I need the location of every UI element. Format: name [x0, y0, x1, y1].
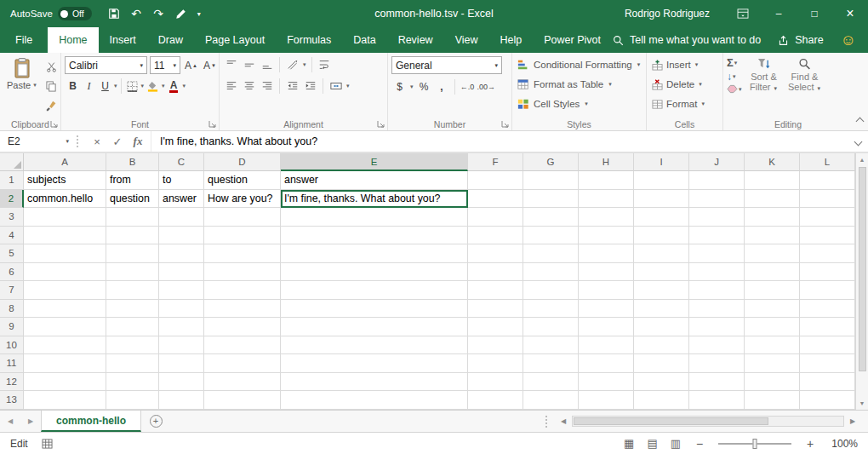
cell-styles-button[interactable]: Cell Styles▾: [516, 95, 642, 112]
redo-button[interactable]: ↷: [148, 3, 169, 25]
wrap-text-button[interactable]: [317, 56, 333, 73]
cell-H6[interactable]: [579, 263, 634, 282]
feedback-smiley-button[interactable]: ☺: [841, 32, 856, 48]
cell-C2[interactable]: answer: [159, 190, 204, 209]
cell-J5[interactable]: [689, 244, 745, 263]
cell-K3[interactable]: [745, 208, 800, 227]
cell-F7[interactable]: [468, 281, 523, 300]
cell-L1[interactable]: [800, 171, 855, 190]
cell-D11[interactable]: [204, 354, 281, 373]
cell-J11[interactable]: [689, 354, 745, 373]
cell-A9[interactable]: [24, 318, 106, 336]
cell-B6[interactable]: [106, 263, 159, 282]
zoom-out-button[interactable]: −: [694, 437, 705, 451]
ribbon-tab-page-layout[interactable]: Page Layout: [194, 27, 276, 53]
column-header-A[interactable]: A: [24, 153, 106, 171]
cell-A4[interactable]: [24, 227, 106, 245]
alignment-dialog-launcher[interactable]: [376, 119, 385, 129]
ribbon-tab-data[interactable]: Data: [342, 27, 386, 53]
cell-L12[interactable]: [800, 373, 855, 392]
cell-F10[interactable]: [468, 336, 523, 355]
cell-F4[interactable]: [468, 227, 523, 245]
delete-cells-button[interactable]: Delete▾: [650, 76, 707, 93]
cell-C13[interactable]: [159, 391, 204, 410]
cell-J8[interactable]: [689, 300, 745, 319]
new-sheet-button[interactable]: +: [141, 411, 170, 432]
cell-B5[interactable]: [106, 244, 159, 263]
cell-I13[interactable]: [634, 391, 689, 410]
percent-style-button[interactable]: %: [416, 78, 432, 95]
format-painter-button[interactable]: [43, 97, 60, 114]
cancel-entry-button[interactable]: ×: [89, 132, 106, 151]
cell-H12[interactable]: [579, 373, 634, 392]
row-header-10[interactable]: 10: [0, 336, 24, 355]
autosave-toggle[interactable]: AutoSave Off: [10, 7, 92, 20]
share-button[interactable]: Share: [778, 34, 823, 46]
cell-L8[interactable]: [800, 300, 855, 319]
column-header-G[interactable]: G: [523, 153, 579, 171]
collapse-ribbon-button[interactable]: [857, 115, 863, 127]
user-name[interactable]: Rodrigo Rodriguez: [625, 8, 710, 20]
scroll-right-button[interactable]: ▶: [846, 417, 859, 425]
underline-button[interactable]: U: [97, 78, 113, 95]
ribbon-tab-power-pivot[interactable]: Power Pivot: [533, 27, 612, 53]
cell-K10[interactable]: [745, 336, 800, 355]
cell-E2[interactable]: I'm fine, thanks. What about you?: [281, 190, 468, 209]
scroll-left-button[interactable]: ◀: [557, 417, 570, 425]
cell-E12[interactable]: [281, 373, 468, 392]
cell-E5[interactable]: [281, 244, 468, 263]
cell-C7[interactable]: [159, 281, 204, 300]
row-header-2[interactable]: 2: [0, 190, 24, 209]
cell-B12[interactable]: [106, 373, 159, 392]
cell-E7[interactable]: [281, 281, 468, 300]
cell-I1[interactable]: [634, 171, 689, 190]
cell-L2[interactable]: [800, 190, 855, 209]
cell-D3[interactable]: [204, 208, 281, 227]
cell-J7[interactable]: [689, 281, 745, 300]
cell-A8[interactable]: [24, 300, 106, 319]
cell-F13[interactable]: [468, 391, 523, 410]
cell-C9[interactable]: [159, 318, 204, 336]
cell-A1[interactable]: subjects: [24, 171, 106, 190]
paste-button[interactable]: Paste▾: [3, 56, 41, 92]
cell-L3[interactable]: [800, 208, 855, 227]
cell-D2[interactable]: How are you?: [204, 190, 281, 209]
cell-C8[interactable]: [159, 300, 204, 319]
cell-A7[interactable]: [24, 281, 106, 300]
cell-G3[interactable]: [523, 208, 579, 227]
vertical-scrollbar[interactable]: ▲ ▼: [855, 153, 868, 410]
cell-A3[interactable]: [24, 208, 106, 227]
cell-B9[interactable]: [106, 318, 159, 336]
cell-C3[interactable]: [159, 208, 204, 227]
cell-J6[interactable]: [689, 263, 745, 282]
autosum-button[interactable]: Σ▾: [727, 56, 743, 69]
column-header-J[interactable]: J: [689, 153, 745, 171]
cell-L4[interactable]: [800, 227, 855, 245]
cell-D8[interactable]: [204, 300, 281, 319]
ribbon-tab-insert[interactable]: Insert: [99, 27, 147, 53]
page-break-view-button[interactable]: ▥: [671, 437, 681, 450]
cell-C10[interactable]: [159, 336, 204, 355]
cell-H2[interactable]: [579, 190, 634, 209]
cell-A10[interactable]: [24, 336, 106, 355]
row-header-7[interactable]: 7: [0, 281, 24, 300]
cell-K12[interactable]: [745, 373, 800, 392]
column-header-D[interactable]: D: [204, 153, 281, 171]
cell-A5[interactable]: [24, 244, 106, 263]
fill-button[interactable]: ↓▾: [727, 71, 743, 83]
cell-B8[interactable]: [106, 300, 159, 319]
row-header-3[interactable]: 3: [0, 208, 24, 227]
find-select-button[interactable]: Find & Select ▾: [785, 56, 825, 95]
cell-J2[interactable]: [689, 190, 745, 209]
row-header-8[interactable]: 8: [0, 300, 24, 319]
cell-F11[interactable]: [468, 354, 523, 373]
macro-record-button[interactable]: [42, 439, 53, 449]
column-header-I[interactable]: I: [634, 153, 689, 171]
cell-C5[interactable]: [159, 244, 204, 263]
cell-D5[interactable]: [204, 244, 281, 263]
column-header-E[interactable]: E: [281, 153, 468, 171]
undo-button[interactable]: ↶: [126, 3, 147, 25]
italic-button[interactable]: I: [81, 78, 97, 95]
cell-C12[interactable]: [159, 373, 204, 392]
column-header-L[interactable]: L: [800, 153, 855, 171]
